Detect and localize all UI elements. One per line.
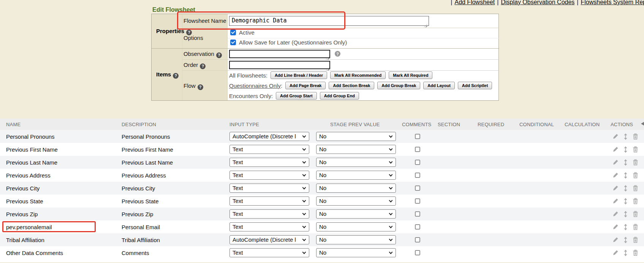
delete-trash-icon[interactable] bbox=[633, 237, 638, 243]
move-updown-icon[interactable] bbox=[623, 211, 628, 217]
input-type-select[interactable]: Text bbox=[229, 145, 309, 154]
move-updown-icon[interactable] bbox=[623, 198, 628, 204]
flowsheet-editor-page: |Add Flowsheet|Display Observation Codes… bbox=[0, 0, 644, 263]
group-label[interactable]: Questionnaires Only: bbox=[229, 82, 282, 89]
comments-checkbox[interactable] bbox=[415, 147, 420, 152]
group-label: All Flowsheets: bbox=[229, 72, 267, 79]
comments-checkbox[interactable] bbox=[415, 160, 420, 165]
conditional-cell bbox=[516, 143, 562, 156]
row-name: Previous Zip bbox=[6, 211, 38, 217]
table-header-row: NAMEDESCRIPTIONINPUT TYPESTAGE PREV VALU… bbox=[0, 119, 644, 130]
button-add-section-break[interactable]: Add Section Break bbox=[329, 82, 374, 89]
button-add-group-end[interactable]: Add Group End bbox=[320, 92, 359, 100]
input-type-select[interactable]: Text bbox=[229, 158, 309, 167]
help-icon[interactable]: ? bbox=[198, 84, 203, 90]
link-flowsheets-system-rep[interactable]: Flowsheets System Rep bbox=[581, 0, 644, 5]
move-updown-icon[interactable] bbox=[623, 250, 628, 256]
input-type-select[interactable]: Text bbox=[229, 209, 309, 219]
input-type-select[interactable]: Text bbox=[229, 196, 309, 206]
help-icon[interactable]: ? bbox=[216, 52, 222, 58]
edit-pencil-icon[interactable] bbox=[612, 198, 619, 204]
observation-input[interactable] bbox=[229, 50, 330, 58]
delete-trash-icon[interactable] bbox=[633, 159, 638, 165]
button-add-line-break-header[interactable]: Add Line Break / Header bbox=[271, 71, 327, 79]
comments-checkbox[interactable] bbox=[415, 237, 420, 242]
stage-prev-value-select[interactable]: No bbox=[316, 171, 396, 180]
move-updown-icon[interactable] bbox=[623, 224, 628, 230]
delete-trash-icon[interactable] bbox=[633, 224, 638, 230]
active-checkbox[interactable] bbox=[230, 30, 236, 35]
stage-prev-value-select[interactable]: No bbox=[316, 248, 396, 257]
divider bbox=[228, 38, 499, 38]
comments-checkbox[interactable] bbox=[415, 211, 420, 217]
delete-trash-icon[interactable] bbox=[633, 250, 638, 256]
edit-pencil-icon[interactable] bbox=[612, 211, 619, 217]
button-add-page-break[interactable]: Add Page Break bbox=[285, 82, 326, 89]
conditional-cell bbox=[516, 220, 562, 233]
edit-pencil-icon[interactable] bbox=[612, 237, 619, 243]
comments-checkbox[interactable] bbox=[415, 185, 420, 191]
delete-trash-icon[interactable] bbox=[633, 185, 638, 191]
edit-pencil-icon[interactable] bbox=[612, 185, 619, 191]
edit-pencil-icon[interactable] bbox=[612, 159, 619, 165]
move-updown-icon[interactable] bbox=[623, 133, 628, 140]
move-updown-icon[interactable] bbox=[623, 237, 628, 243]
required-cell bbox=[475, 220, 516, 233]
options-label: Options bbox=[184, 35, 203, 41]
delete-trash-icon[interactable] bbox=[633, 146, 638, 152]
edit-pencil-icon[interactable] bbox=[612, 250, 619, 256]
allow-save-checkbox[interactable] bbox=[230, 40, 236, 45]
group-label: Encounters Only: bbox=[229, 93, 273, 99]
link-display-observation-codes[interactable]: Display Observation Codes bbox=[501, 0, 574, 5]
comments-checkbox[interactable] bbox=[415, 134, 420, 139]
comments-checkbox[interactable] bbox=[415, 250, 420, 255]
section-cell bbox=[435, 182, 475, 195]
delete-trash-icon[interactable] bbox=[633, 211, 638, 217]
input-type-select[interactable]: Text bbox=[229, 184, 309, 193]
order-input[interactable] bbox=[229, 61, 330, 69]
stage-prev-value-select[interactable]: No bbox=[316, 158, 396, 167]
stage-prev-value-select[interactable]: No bbox=[316, 196, 396, 206]
flow-group-encounters-only: Encounters Only: Add Group StartAdd Grou… bbox=[229, 92, 359, 100]
col-header-calculation: CALCULATION bbox=[562, 122, 608, 127]
input-type-select[interactable]: Text bbox=[229, 171, 309, 180]
observation-help-icon[interactable]: ? bbox=[335, 51, 340, 57]
required-cell bbox=[475, 182, 516, 195]
input-type-select[interactable]: Text bbox=[229, 248, 309, 257]
move-updown-icon[interactable] bbox=[623, 159, 628, 166]
flowsheet-items-table: NAMEDESCRIPTIONINPUT TYPESTAGE PREV VALU… bbox=[0, 119, 644, 262]
edit-pencil-icon[interactable] bbox=[612, 133, 619, 139]
edit-pencil-icon[interactable] bbox=[612, 146, 619, 152]
stage-prev-value-select[interactable]: No bbox=[316, 222, 396, 231]
edit-pencil-icon[interactable] bbox=[612, 172, 619, 178]
comments-checkbox[interactable] bbox=[415, 173, 420, 178]
button-mark-all-required[interactable]: Mark All Required bbox=[389, 71, 432, 79]
input-type-select[interactable]: AutoComplete (Discrete l bbox=[229, 132, 309, 141]
button-add-group-break[interactable]: Add Group Break bbox=[377, 82, 420, 89]
flowsheet-name-input[interactable]: Demographic Data bbox=[229, 16, 429, 26]
button-mark-all-recommended[interactable]: Mark All Recommended bbox=[330, 71, 386, 79]
button-add-group-start[interactable]: Add Group Start bbox=[276, 92, 317, 100]
button-add-scriptlet[interactable]: Add Scriptlet bbox=[458, 82, 492, 89]
stage-prev-value-select[interactable]: No bbox=[316, 184, 396, 193]
stage-prev-value-select[interactable]: No bbox=[316, 132, 396, 141]
input-type-select[interactable]: AutoComplete (Discrete l bbox=[229, 235, 309, 244]
help-icon[interactable]: ? bbox=[200, 63, 206, 69]
comments-checkbox[interactable] bbox=[415, 224, 420, 230]
stage-prev-value-select[interactable]: No bbox=[316, 145, 396, 154]
link-add-flowsheet[interactable]: Add Flowsheet bbox=[454, 0, 495, 5]
stage-prev-value-select[interactable]: No bbox=[316, 235, 396, 244]
move-updown-icon[interactable] bbox=[623, 185, 628, 192]
delete-trash-icon[interactable] bbox=[633, 172, 638, 178]
table-row: pev.personalemail Personal Email Text No bbox=[0, 220, 644, 233]
edit-pencil-icon[interactable] bbox=[612, 224, 619, 230]
button-add-layout[interactable]: Add Layout bbox=[423, 82, 455, 89]
comments-checkbox[interactable] bbox=[415, 198, 420, 204]
move-updown-icon[interactable] bbox=[623, 146, 628, 153]
move-updown-icon[interactable] bbox=[623, 172, 628, 179]
delete-trash-icon[interactable] bbox=[633, 133, 638, 139]
input-type-select[interactable]: Text bbox=[229, 222, 309, 231]
help-icon[interactable]: ? bbox=[173, 73, 179, 79]
stage-prev-value-select[interactable]: No bbox=[316, 209, 396, 219]
delete-trash-icon[interactable] bbox=[633, 198, 638, 204]
